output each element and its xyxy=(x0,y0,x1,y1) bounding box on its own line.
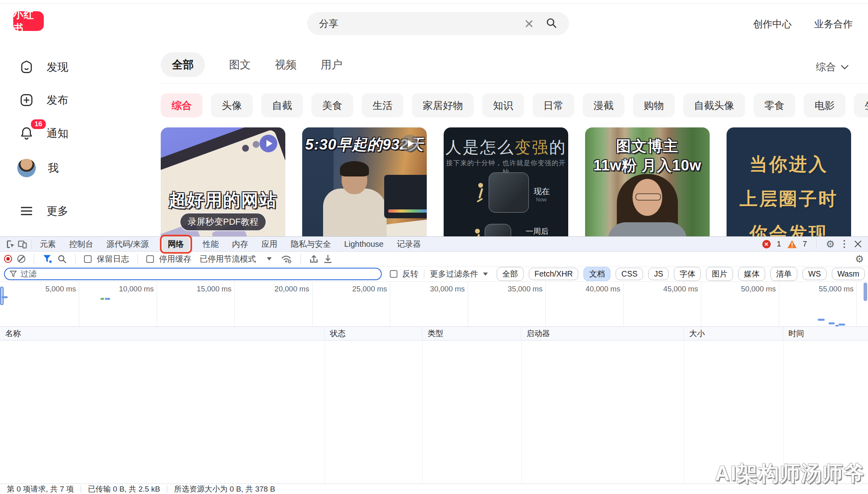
feed-card-3[interactable]: 人是怎么变强的接下来的十分钟，也许就是你变强的开始现在Now一周后One wee… xyxy=(444,127,568,236)
more-options-icon[interactable] xyxy=(841,239,848,249)
devtools-tab-application[interactable]: 应用 xyxy=(262,239,278,250)
disable-cache-checkbox[interactable] xyxy=(146,255,154,263)
devtools-tab-lighthouse[interactable]: Lighthouse xyxy=(344,240,384,249)
type-chip-js[interactable]: JS xyxy=(648,268,669,280)
devtools-tab-elements[interactable]: 元素 xyxy=(40,239,56,250)
type-chip-wasm[interactable]: Wasm xyxy=(832,268,865,280)
column-header-5[interactable]: 大小 xyxy=(684,327,783,340)
inspect-element-icon[interactable] xyxy=(4,238,16,250)
sidebar-item-publish[interactable]: 发布 xyxy=(18,92,68,108)
search-bar[interactable] xyxy=(307,12,569,35)
type-chip-all[interactable]: 全部 xyxy=(497,267,524,281)
category-chip-manjie[interactable]: 漫截 xyxy=(583,93,624,117)
column-header-1[interactable]: 名称 xyxy=(0,327,325,340)
filter-input-box[interactable] xyxy=(4,268,382,280)
waterfall-mark xyxy=(105,298,110,300)
sort-dropdown[interactable]: 综合 xyxy=(816,60,849,74)
feed-card-2[interactable]: 5:30早起的932天 xyxy=(302,127,427,236)
sidebar-item-label: 我 xyxy=(48,161,59,175)
error-count[interactable]: 1 xyxy=(777,240,781,248)
import-har-icon[interactable] xyxy=(309,254,318,264)
devtools-tab-privacy[interactable]: 隐私与安全 xyxy=(291,239,331,250)
overview-scrollbar[interactable] xyxy=(864,283,867,301)
type-chip-fetch-xhr[interactable]: Fetch/XHR xyxy=(529,268,578,280)
device-toolbar-icon[interactable] xyxy=(16,238,28,250)
record-network-log-icon[interactable] xyxy=(4,255,12,263)
timeline-gridline xyxy=(157,282,157,326)
type-chip-css[interactable]: CSS xyxy=(616,268,643,280)
type-chip-font[interactable]: 字体 xyxy=(674,267,701,281)
devtools-tab-network[interactable]: 网络 xyxy=(163,237,189,251)
category-chip-zhishi[interactable]: 知识 xyxy=(482,93,524,117)
title-part: 人是怎么 xyxy=(446,138,515,156)
more-filters-dropdown[interactable]: 更多过滤条件 xyxy=(430,269,478,279)
category-chip-shenghuohaowu[interactable]: 生活好物 xyxy=(854,93,868,117)
type-chip-manifest[interactable]: 清单 xyxy=(770,267,797,281)
export-har-icon[interactable] xyxy=(323,254,332,264)
warning-icon[interactable] xyxy=(787,240,797,248)
header-link-creator-center[interactable]: 创作中心 xyxy=(753,18,792,31)
header-link-business[interactable]: 业务合作 xyxy=(814,18,853,31)
category-chip-zijietouxiang[interactable]: 自截头像 xyxy=(683,93,745,117)
category-chip-richang[interactable]: 日常 xyxy=(532,93,574,117)
column-header-2[interactable]: 状态 xyxy=(325,327,422,340)
more-filters-caret-icon[interactable] xyxy=(483,273,488,276)
warning-count[interactable]: 7 xyxy=(803,240,807,248)
search-network-icon[interactable] xyxy=(57,254,67,264)
settings-gear-icon[interactable]: ⚙ xyxy=(826,239,835,249)
tab-image-text[interactable]: 图文 xyxy=(229,52,251,77)
devtools-tab-console[interactable]: 控制台 xyxy=(69,239,93,250)
column-header-3[interactable]: 类型 xyxy=(422,327,521,340)
devtools-tab-sources[interactable]: 源代码/来源 xyxy=(106,239,149,250)
devtools-tab-recorder[interactable]: 记录器 xyxy=(397,239,421,250)
column-header-4[interactable]: 启动器 xyxy=(521,327,684,340)
column-divider xyxy=(684,340,684,484)
xiaohongshu-logo[interactable]: 小红书 xyxy=(13,11,44,31)
type-chip-img[interactable]: 图片 xyxy=(706,267,733,281)
category-chip-touxiang[interactable]: 头像 xyxy=(211,93,253,117)
error-icon[interactable] xyxy=(762,240,771,248)
category-chip-jiajuhaowu[interactable]: 家居好物 xyxy=(412,93,474,117)
category-chip-zijie[interactable]: 自截 xyxy=(261,93,303,117)
close-devtools-icon[interactable] xyxy=(854,240,862,248)
network-overview-timeline[interactable]: 5,000 ms10,000 ms15,000 ms20,000 ms25,00… xyxy=(0,282,868,327)
column-header-6[interactable]: 时间 xyxy=(783,327,868,340)
filter-funnel-icon[interactable] xyxy=(43,254,52,263)
category-chip-meishi[interactable]: 美食 xyxy=(311,93,353,117)
preserve-log-checkbox[interactable] xyxy=(84,255,92,263)
invert-filter-checkbox[interactable] xyxy=(390,270,397,278)
category-chip-dianying[interactable]: 电影 xyxy=(804,93,845,117)
clear-network-log-icon[interactable] xyxy=(17,255,25,263)
result-tabs: 全部图文视频用户 xyxy=(161,52,342,77)
tab-all[interactable]: 全部 xyxy=(161,52,205,77)
devtools-tab-memory[interactable]: 内存 xyxy=(232,239,248,250)
tab-user[interactable]: 用户 xyxy=(321,52,342,77)
sidebar-item-discover[interactable]: 发现 xyxy=(18,59,68,75)
tab-video[interactable]: 视频 xyxy=(275,52,297,77)
sidebar-item-more[interactable]: 更多 xyxy=(18,203,68,219)
search-input[interactable] xyxy=(319,18,524,29)
feed-card-4[interactable]: 图文博主11w粉 月入10w xyxy=(585,127,710,236)
search-clear-icon[interactable] xyxy=(524,19,534,29)
category-chip-gouwu[interactable]: 购物 xyxy=(633,93,675,117)
devtools-tab-performance[interactable]: 性能 xyxy=(203,239,219,250)
network-conditions-icon[interactable] xyxy=(281,254,292,264)
category-chip-zonghe[interactable]: 综合 xyxy=(161,93,203,117)
type-chip-ws[interactable]: WS xyxy=(802,268,826,280)
category-chip-lingshi[interactable]: 零食 xyxy=(753,93,795,117)
type-chip-doc[interactable]: 文档 xyxy=(583,267,610,281)
category-chip-shenghuo[interactable]: 生活 xyxy=(362,93,403,117)
network-filter-row: 反转 更多过滤条件 全部Fetch/XHR文档CSSJS字体图片媒体清单WSWa… xyxy=(0,266,868,282)
feed-card-5[interactable]: 当你进入上层圈子时你会发现 xyxy=(727,127,851,236)
network-settings-gear-icon[interactable]: ⚙ xyxy=(855,254,864,264)
throttling-caret-icon[interactable] xyxy=(267,257,272,260)
overview-window-handle[interactable] xyxy=(0,287,4,305)
filter-input[interactable] xyxy=(20,269,376,279)
sidebar-item-label: 发现 xyxy=(47,60,68,74)
sidebar-item-notifications[interactable]: 16通知 xyxy=(18,125,68,141)
type-chip-media[interactable]: 媒体 xyxy=(738,267,765,281)
sidebar-item-me[interactable]: 我 xyxy=(18,159,59,177)
throttling-dropdown[interactable]: 已停用节流模式 xyxy=(200,254,256,264)
feed-card-1[interactable]: 超好用的网站录屏秒变PDF教程 xyxy=(161,127,285,236)
search-icon[interactable] xyxy=(546,17,557,30)
